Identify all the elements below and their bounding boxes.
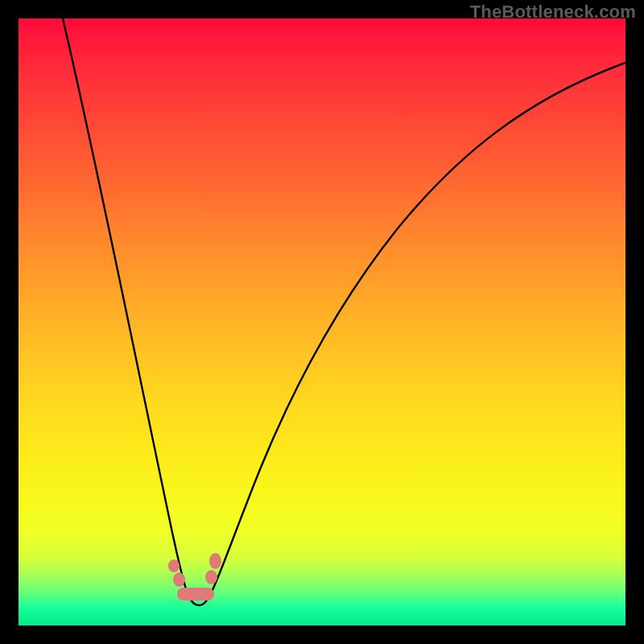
- marker-right-bot: [205, 570, 217, 584]
- marker-right-top: [209, 553, 221, 569]
- marker-left-bot: [173, 572, 185, 587]
- marker-underline: [177, 588, 214, 601]
- bottleneck-curve: [19, 19, 625, 625]
- watermark-text: TheBottleneck.com: [470, 2, 636, 23]
- marker-left-top: [168, 559, 180, 572]
- chart-area: [19, 19, 625, 625]
